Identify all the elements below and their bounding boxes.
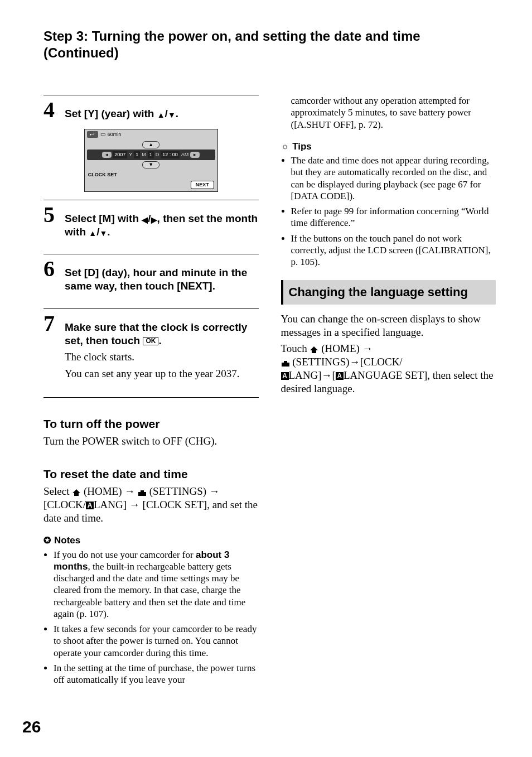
step-5: 5 Select [M] with ◀/▶, then set the mont… <box>43 200 259 250</box>
lcd-month: 1 <box>134 151 140 158</box>
lcd-up-button: ▲ <box>142 141 159 148</box>
lcd-y-label: Y <box>128 152 133 158</box>
tips-head-text: Tips <box>292 141 312 152</box>
reset-body: Select (HOME) → (SETTINGS) → [CLOCK/ALAN… <box>43 485 259 524</box>
reset-arrow1: → <box>124 485 135 497</box>
tip-2: Refer to page 99 for information concern… <box>291 205 496 229</box>
svg-rect-2 <box>282 363 289 367</box>
toolbox-icon <box>138 490 147 496</box>
separator <box>43 397 259 398</box>
lang-arrow1: → <box>362 343 373 354</box>
lcd-time: 12 : 00 <box>161 151 180 158</box>
tips-icon: ☼ <box>281 141 289 152</box>
lcd-back-icon: ⮐ <box>87 131 98 138</box>
step-7-body2: You can set any year up to the year 2037… <box>65 367 259 380</box>
up-glyph: ▲ <box>157 110 165 119</box>
note-1: If you do not use your camcorder for abo… <box>54 549 259 620</box>
section-language: Changing the language setting <box>281 280 496 305</box>
notes-icon: ✪ <box>43 535 51 546</box>
step-6-title: Set [D] (day), hour and minute in the sa… <box>65 266 259 293</box>
lang-arrow2: → <box>350 356 360 368</box>
right-column: camcorder without any operation attempte… <box>281 95 496 689</box>
step-6-number: 6 <box>43 258 60 280</box>
lcd-d-label: D <box>155 152 160 158</box>
lang-steps: Touch (HOME) → (SETTINGS)→[CLOCK/ ALANG]… <box>281 342 496 395</box>
home-icon-2 <box>309 346 318 354</box>
lcd-down-button: ▼ <box>142 161 159 168</box>
note-2: It takes a few seconds for your camcorde… <box>54 623 259 659</box>
step-6: 6 Set [D] (day), hour and minute in the … <box>43 254 259 304</box>
a-icon-2: A <box>281 372 289 380</box>
subhead-power-off: To turn off the power <box>43 417 259 431</box>
tips-heading: ☼ Tips <box>281 141 496 152</box>
down-glyph: ▼ <box>168 110 176 119</box>
a-icon: A <box>86 502 94 509</box>
lcd-date-row: ◂ 2007 Y 1 M 1 D 12 : 00 AM ▸ <box>87 150 215 160</box>
col2-continuation: camcorder without any operation attempte… <box>281 95 496 131</box>
notes-list: If you do not use your camcorder for abo… <box>43 549 259 686</box>
reset-settings: (SETTINGS) <box>149 485 209 497</box>
lang-touch: Touch <box>281 343 310 354</box>
step-5-title-post: . <box>107 226 110 238</box>
step-4-title: Set [Y] (year) with ▲/▼. <box>65 107 259 120</box>
step-5-number: 5 <box>43 204 60 226</box>
left-glyph: ◀ <box>142 215 148 224</box>
lang-lang1: LANG] <box>289 369 322 381</box>
lcd-year: 2007 <box>113 151 127 158</box>
toolbox-icon-2 <box>281 360 290 367</box>
lcd-m-label: M <box>141 152 147 158</box>
page-number: 26 <box>22 716 41 737</box>
svg-rect-0 <box>138 492 146 496</box>
step-4-number: 4 <box>43 99 60 121</box>
lang-settings: (SETTINGS) <box>292 356 349 368</box>
subhead-reset: To reset the date and time <box>43 467 259 481</box>
lang-p1: You can change the on-screen displays to… <box>281 312 496 339</box>
continued-title: Step 3: Turning the power on, and settin… <box>43 28 496 61</box>
ok-box: OK <box>143 337 158 345</box>
note-1-pre: If you do not use your camcorder for <box>54 549 196 560</box>
lcd-screenshot: ⮐ ▭ 60min ▲ ◂ 2007 Y 1 M 1 D 12 : 00 <box>84 129 218 192</box>
tip-1: The date and time does not appear during… <box>291 155 496 202</box>
down-glyph2: ▼ <box>99 229 107 238</box>
lang-home: (HOME) <box>321 343 362 354</box>
lcd-left-button: ◂ <box>102 152 112 158</box>
home-icon <box>72 489 81 496</box>
up-glyph2: ▲ <box>89 229 96 238</box>
right-glyph: ▶ <box>151 215 157 224</box>
step-7-title-post: . <box>158 335 161 346</box>
reset-clocklang-post: LANG] <box>94 499 129 510</box>
lcd-day: 1 <box>148 151 154 158</box>
step-7: 7 Make sure that the clock is correctly … <box>43 308 259 398</box>
reset-pre: Select <box>43 485 72 497</box>
step-7-number: 7 <box>43 312 60 335</box>
tips-list: The date and time does not appear during… <box>281 155 496 268</box>
left-column: 4 Set [Y] (year) with ▲/▼. ⮐ ▭ 60min ▲ <box>43 95 259 689</box>
lcd-ampm: AM <box>181 152 190 158</box>
a-icon-3: A <box>336 372 344 380</box>
svg-rect-3 <box>284 361 287 363</box>
step-5-title-pre: Select [M] with <box>65 213 142 224</box>
lcd-battery-icon: ▭ <box>100 131 105 138</box>
lcd-right-button: ▸ <box>190 152 200 158</box>
reset-clocklang-pre: [CLOCK/ <box>43 499 86 510</box>
lang-clock: [CLOCK/ <box>360 356 403 368</box>
step-4: 4 Set [Y] (year) with ▲/▼. ⮐ ▭ 60min ▲ <box>43 95 259 192</box>
step-7-title: Make sure that the clock is correctly se… <box>65 321 259 348</box>
lcd-battery-text: 60min <box>108 132 122 138</box>
step-4-title-post: . <box>176 108 178 119</box>
step-7-body1: The clock starts. <box>65 350 259 364</box>
reset-arrow2: → <box>209 485 220 497</box>
notes-head-text: Notes <box>54 534 80 546</box>
step-4-title-pre: Set [Y] (year) with <box>65 108 157 119</box>
tip-3: If the buttons on the touch panel do not… <box>291 233 496 268</box>
lcd-clockset-label: CLOCK SET <box>88 172 214 178</box>
power-off-body: Turn the POWER switch to OFF (CHG). <box>43 435 259 448</box>
notes-heading: ✪ Notes <box>43 534 259 546</box>
reset-home: (HOME) <box>84 485 124 497</box>
svg-rect-1 <box>141 490 144 492</box>
lang-arrow3: → <box>322 369 332 381</box>
note-3: In the setting at the time of purchase, … <box>54 662 259 686</box>
step-5-title: Select [M] with ◀/▶, then set the month … <box>65 212 259 239</box>
reset-arrow3: → <box>129 499 140 510</box>
lcd-next-button: NEXT <box>191 181 214 189</box>
